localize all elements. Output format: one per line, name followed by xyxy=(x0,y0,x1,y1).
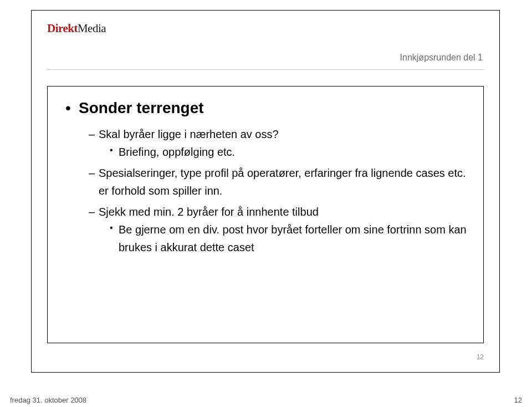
presentation-page: DirektMedia Innkjøpsrunden del 1 Sonder … xyxy=(0,0,532,407)
bullet-item: Skal byråer ligge i nærheten av oss? Bri… xyxy=(89,125,469,161)
slide-frame: DirektMedia Innkjøpsrunden del 1 Sonder … xyxy=(31,10,500,373)
bullet-text: Spesialseringer, type profil på operatør… xyxy=(99,167,466,197)
bullet-text: Skal byråer ligge i nærheten av oss? xyxy=(99,128,279,140)
slide-header: DirektMedia Innkjøpsrunden del 1 xyxy=(32,11,499,35)
footer-date: fredag 31. oktober 2008 xyxy=(10,396,86,404)
logo-part-2: Media xyxy=(78,22,106,35)
bullet-item: Spesialseringer, type profil på operatør… xyxy=(89,164,469,200)
presenter-footer: fredag 31. oktober 2008 12 xyxy=(0,393,532,407)
content-box: Sonder terrenget Skal byråer ligge i nær… xyxy=(47,86,484,343)
sub-bullet-text: Briefing, oppfølging etc. xyxy=(119,146,235,158)
footer-page-number: 12 xyxy=(514,396,522,404)
brand-logo: DirektMedia xyxy=(47,22,484,35)
sub-bullet-item: Be gjerne om en div. post hvor byrået fo… xyxy=(110,221,469,256)
slide-topic: Innkjøpsrunden del 1 xyxy=(400,53,483,63)
sub-bullet-text: Be gjerne om en div. post hvor byrået fo… xyxy=(119,223,467,253)
logo-part-1: Direkt xyxy=(47,22,78,35)
sub-bullet-item: Briefing, oppfølging etc. xyxy=(110,143,469,161)
divider xyxy=(47,69,484,70)
content-heading: Sonder terrenget xyxy=(79,99,469,118)
slide-number-inner: 12 xyxy=(477,353,484,361)
bullet-text: Sjekk med min. 2 byråer for å innhente t… xyxy=(99,206,319,218)
bullet-item: Sjekk med min. 2 byråer for å innhente t… xyxy=(89,203,469,256)
